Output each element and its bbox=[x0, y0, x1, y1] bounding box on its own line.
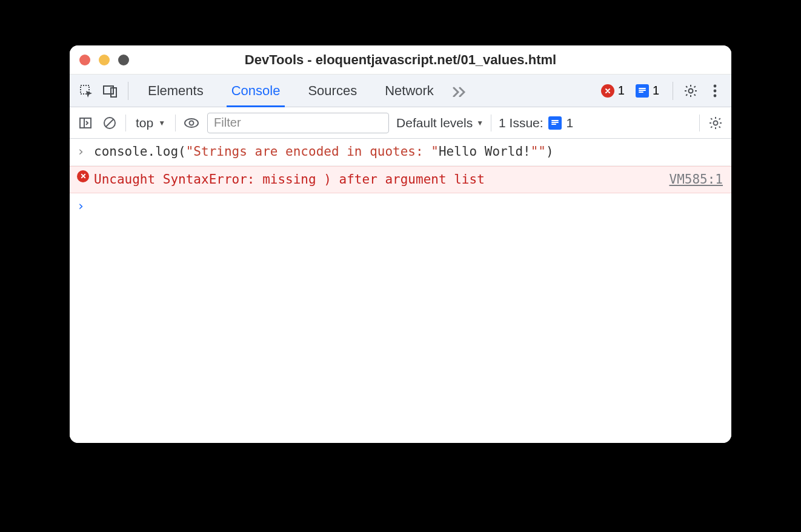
devtools-tabbar: Elements Console Sources Network 1 bbox=[70, 75, 731, 107]
console-toolbar: top ▼ Default levels ▼ 1 Issue: 1 bbox=[70, 107, 731, 139]
tab-sources[interactable]: Sources bbox=[297, 75, 368, 107]
window-title: DevTools - eloquentjavascript.net/01_val… bbox=[245, 52, 556, 68]
inspect-element-icon[interactable] bbox=[77, 82, 95, 100]
settings-icon[interactable] bbox=[682, 82, 700, 100]
window-zoom-button[interactable] bbox=[118, 55, 129, 65]
console-prompt[interactable]: › bbox=[70, 193, 731, 220]
toggle-sidebar-icon[interactable] bbox=[77, 115, 94, 131]
issues-label: 1 Issue: bbox=[499, 116, 543, 130]
issue-count: 1 bbox=[653, 84, 659, 98]
prompt-marker-icon: › bbox=[77, 197, 89, 216]
clear-console-icon[interactable] bbox=[101, 115, 118, 131]
log-levels-select[interactable]: Default levels ▼ bbox=[396, 116, 484, 130]
console-settings-icon[interactable] bbox=[707, 115, 724, 131]
separator bbox=[673, 82, 673, 100]
error-count: 1 bbox=[618, 84, 625, 98]
filter-input[interactable] bbox=[207, 113, 389, 133]
issues-count: 1 bbox=[567, 116, 574, 130]
window-close-button[interactable] bbox=[79, 55, 90, 65]
input-marker-icon: › bbox=[77, 142, 89, 162]
tab-network[interactable]: Network bbox=[374, 75, 445, 107]
error-message: Uncaught SyntaxError: missing ) after ar… bbox=[94, 170, 657, 190]
traffic-lights bbox=[79, 55, 129, 65]
issue-icon bbox=[636, 84, 649, 98]
separator bbox=[175, 115, 176, 131]
context-label: top bbox=[136, 116, 153, 130]
svg-point-5 bbox=[714, 89, 717, 92]
tab-label: Network bbox=[385, 83, 434, 99]
error-count-badge[interactable]: 1 bbox=[601, 84, 625, 98]
dropdown-icon: ▼ bbox=[476, 119, 484, 127]
live-expression-icon[interactable] bbox=[183, 115, 200, 131]
issue-count-badge[interactable]: 1 bbox=[636, 84, 659, 98]
svg-point-6 bbox=[714, 94, 717, 97]
error-source-link[interactable]: VM585:1 bbox=[669, 170, 723, 190]
kebab-menu-icon[interactable] bbox=[706, 82, 724, 100]
console-output: › console.log("Strings are encoded in qu… bbox=[70, 139, 731, 443]
separator bbox=[491, 115, 491, 131]
error-icon bbox=[601, 84, 614, 98]
tab-console[interactable]: Console bbox=[221, 75, 291, 107]
svg-point-10 bbox=[714, 121, 718, 125]
device-toolbar-icon[interactable] bbox=[101, 82, 119, 100]
dropdown-icon: ▼ bbox=[158, 119, 165, 127]
devtools-window: DevTools - eloquentjavascript.net/01_val… bbox=[70, 45, 731, 443]
separator bbox=[699, 115, 700, 131]
error-icon bbox=[77, 170, 89, 182]
window-minimize-button[interactable] bbox=[99, 55, 110, 65]
svg-rect-7 bbox=[80, 118, 91, 128]
console-input-echo: › console.log("Strings are encoded in qu… bbox=[70, 139, 731, 166]
tab-label: Console bbox=[231, 83, 281, 99]
separator bbox=[128, 82, 128, 100]
console-error-row: Uncaught SyntaxError: missing ) after ar… bbox=[70, 166, 731, 194]
titlebar: DevTools - eloquentjavascript.net/01_val… bbox=[70, 45, 731, 75]
svg-point-4 bbox=[714, 84, 717, 87]
tab-label: Elements bbox=[148, 83, 204, 99]
svg-point-3 bbox=[689, 88, 693, 93]
console-input-text: console.log("Strings are encoded in quot… bbox=[94, 142, 723, 162]
tab-label: Sources bbox=[308, 83, 357, 99]
svg-point-9 bbox=[190, 121, 194, 125]
issue-icon bbox=[548, 116, 562, 130]
execution-context-select[interactable]: top ▼ bbox=[133, 116, 168, 130]
more-tabs-icon[interactable] bbox=[451, 82, 469, 100]
levels-label: Default levels bbox=[396, 116, 473, 130]
separator bbox=[125, 115, 126, 131]
issues-readout[interactable]: 1 Issue: 1 bbox=[499, 116, 573, 130]
tab-elements[interactable]: Elements bbox=[137, 75, 214, 107]
svg-rect-1 bbox=[104, 86, 113, 94]
